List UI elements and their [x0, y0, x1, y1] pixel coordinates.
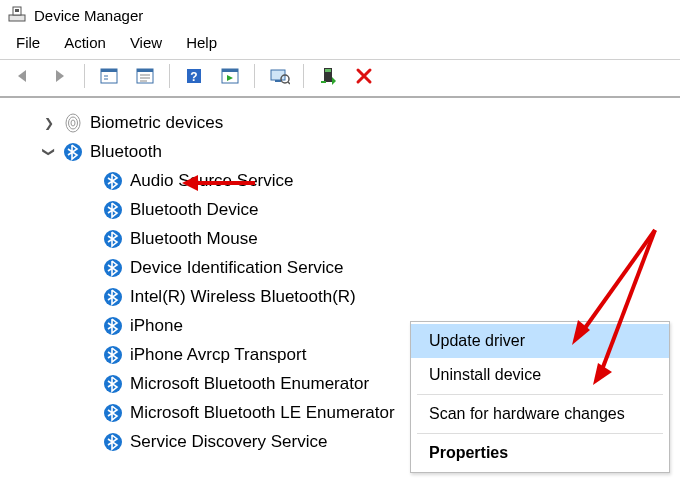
add-device-button[interactable] — [312, 62, 344, 90]
toolbar: ? — [0, 59, 680, 98]
forward-button[interactable] — [44, 62, 76, 90]
delete-button[interactable] — [348, 62, 380, 90]
tree-node-bluetooth[interactable]: ❯ Bluetooth — [18, 137, 672, 166]
menu-view[interactable]: View — [130, 34, 162, 51]
tree-label: iPhone Avrcp Transport — [130, 345, 306, 365]
tree-label: Biometric devices — [90, 113, 223, 133]
bluetooth-icon — [102, 287, 124, 307]
collapse-icon[interactable]: ❯ — [42, 145, 56, 159]
tree-label: Audio Source Service — [130, 171, 293, 191]
svg-rect-17 — [275, 80, 281, 82]
bluetooth-icon — [102, 374, 124, 394]
tree-node-child[interactable]: Device Identification Service — [18, 253, 672, 282]
svg-rect-15 — [222, 69, 238, 72]
context-separator — [417, 433, 663, 434]
bluetooth-icon — [62, 142, 84, 162]
properties-button[interactable] — [129, 62, 161, 90]
toolbar-divider — [169, 64, 170, 88]
bluetooth-icon — [102, 229, 124, 249]
svg-rect-21 — [325, 69, 331, 72]
toolbar-divider — [254, 64, 255, 88]
tree-label: Bluetooth Mouse — [130, 229, 258, 249]
svg-point-23 — [69, 117, 78, 129]
svg-text:?: ? — [190, 70, 197, 84]
context-update-driver[interactable]: Update driver — [411, 324, 669, 358]
context-uninstall-device[interactable]: Uninstall device — [411, 358, 669, 392]
tree-label: Microsoft Bluetooth Enumerator — [130, 374, 369, 394]
menu-action[interactable]: Action — [64, 34, 106, 51]
tree-label: iPhone — [130, 316, 183, 336]
bluetooth-icon — [102, 200, 124, 220]
tree-label: Bluetooth Device — [130, 200, 259, 220]
tree-label: Service Discovery Service — [130, 432, 327, 452]
action-button[interactable] — [214, 62, 246, 90]
tree-node-child[interactable]: Intel(R) Wireless Bluetooth(R) — [18, 282, 672, 311]
bluetooth-icon — [102, 316, 124, 336]
tree-node-biometric[interactable]: ❯ Biometric devices — [18, 108, 672, 137]
tree-node-child[interactable]: Bluetooth Device — [18, 195, 672, 224]
svg-line-19 — [288, 82, 290, 84]
toolbar-divider — [303, 64, 304, 88]
fingerprint-icon — [62, 113, 84, 133]
bluetooth-icon — [102, 403, 124, 423]
context-properties[interactable]: Properties — [411, 436, 669, 470]
context-separator — [417, 394, 663, 395]
help-button[interactable]: ? — [178, 62, 210, 90]
menu-help[interactable]: Help — [186, 34, 217, 51]
bluetooth-icon — [102, 432, 124, 452]
tree-node-child[interactable]: Bluetooth Mouse — [18, 224, 672, 253]
device-manager-icon — [8, 6, 26, 24]
menubar: File Action View Help — [0, 30, 680, 59]
menu-file[interactable]: File — [16, 34, 40, 51]
tree-label: Microsoft Bluetooth LE Enumerator — [130, 403, 395, 423]
bluetooth-icon — [102, 258, 124, 278]
tree-label: Bluetooth — [90, 142, 162, 162]
svg-rect-0 — [9, 15, 25, 21]
scan-button[interactable] — [263, 62, 295, 90]
titlebar: Device Manager — [0, 0, 680, 30]
svg-rect-4 — [101, 69, 117, 72]
svg-rect-8 — [137, 69, 153, 72]
tree-label: Device Identification Service — [130, 258, 344, 278]
svg-point-24 — [71, 120, 75, 126]
bluetooth-icon — [102, 171, 124, 191]
context-scan-hardware[interactable]: Scan for hardware changes — [411, 397, 669, 431]
context-menu: Update driver Uninstall device Scan for … — [410, 321, 670, 473]
tree-label: Intel(R) Wireless Bluetooth(R) — [130, 287, 356, 307]
svg-rect-2 — [15, 9, 19, 12]
tree-node-child[interactable]: Audio Source Service — [18, 166, 672, 195]
back-button[interactable] — [8, 62, 40, 90]
toolbar-divider — [84, 64, 85, 88]
show-hide-tree-button[interactable] — [93, 62, 125, 90]
bluetooth-icon — [102, 345, 124, 365]
expand-icon[interactable]: ❯ — [42, 116, 56, 130]
window-title: Device Manager — [34, 7, 143, 24]
